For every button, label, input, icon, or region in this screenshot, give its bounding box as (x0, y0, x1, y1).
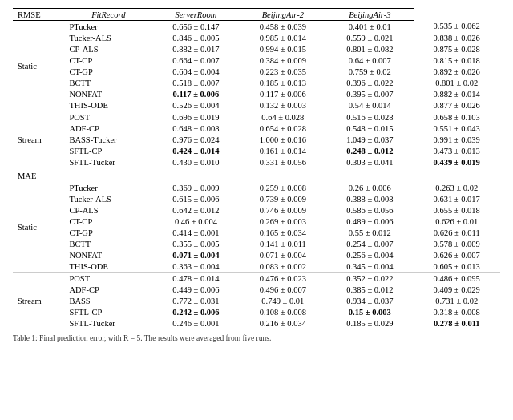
result-value: 0.108 ± 0.008 (240, 306, 326, 317)
result-value: 0.161 ± 0.014 (240, 145, 326, 156)
result-value: 0.654 ± 0.028 (240, 123, 326, 134)
table-row: BASS-Tucker0.976 ± 0.0241.000 ± 0.0161.0… (13, 134, 500, 145)
result-value: 0.696 ± 0.019 (152, 111, 239, 123)
result-value: 0.384 ± 0.009 (240, 55, 326, 66)
table-row: CT-CP0.46 ± 0.0040.269 ± 0.0030.489 ± 0.… (13, 216, 500, 227)
table-row: SFTL-CP0.424 ± 0.0140.161 ± 0.0140.248 ±… (13, 145, 500, 156)
result-value: 0.430 ± 0.010 (152, 156, 239, 168)
table-row: StreamPOST0.696 ± 0.0190.64 ± 0.0280.516… (13, 111, 500, 123)
method-name: POST (64, 273, 152, 285)
result-value: 0.439 ± 0.019 (414, 156, 501, 168)
static-group-label-mae: Static (13, 182, 64, 273)
table-row: THIS-ODE0.526 ± 0.0040.132 ± 0.0030.54 ±… (13, 99, 500, 111)
result-value: 0.991 ± 0.039 (414, 134, 501, 145)
result-value: 0.518 ± 0.007 (152, 77, 239, 88)
result-value: 0.985 ± 0.014 (240, 32, 326, 43)
results-table: RMSE FitRecord ServerRoom BeijingAir-2 B… (13, 8, 500, 329)
result-value: 0.132 ± 0.003 (240, 99, 326, 111)
result-value: 0.385 ± 0.012 (326, 284, 413, 295)
col-header-rmse: RMSE (13, 9, 64, 21)
result-value: 0.746 ± 0.009 (240, 204, 326, 216)
method-name: PTucker (64, 182, 152, 193)
result-value: 0.478 ± 0.014 (152, 273, 239, 285)
result-value: 0.658 ± 0.103 (414, 111, 501, 123)
result-value: 0.254 ± 0.007 (326, 238, 413, 249)
method-name: THIS-ODE (64, 99, 152, 111)
result-value: 0.656 ± 0.147 (152, 21, 239, 33)
method-name: BASS (64, 295, 152, 306)
result-value: 0.604 ± 0.004 (152, 66, 239, 77)
method-name: BASS-Tucker (64, 134, 152, 145)
result-value: 0.401 ± 0.01 (326, 21, 413, 33)
result-value: 0.345 ± 0.004 (326, 260, 413, 273)
result-value: 0.815 ± 0.018 (414, 55, 501, 66)
table-row: Tucker-ALS0.846 ± 0.0050.985 ± 0.0140.55… (13, 32, 500, 43)
table-row: SFTL-CP0.242 ± 0.0060.108 ± 0.0080.15 ± … (13, 306, 500, 317)
result-value: 0.473 ± 0.013 (414, 145, 501, 156)
result-value: 0.071 ± 0.004 (240, 249, 326, 260)
method-name: ADF-CP (64, 123, 152, 134)
result-value: 0.877 ± 0.026 (414, 99, 501, 111)
result-value: 0.882 ± 0.017 (152, 43, 239, 55)
method-name: THIS-ODE (64, 260, 152, 273)
method-name: SFTL-Tucker (64, 156, 152, 168)
table-row: NONFAT0.071 ± 0.0040.071 ± 0.0040.256 ± … (13, 249, 500, 260)
mae-label: MAE (18, 172, 36, 180)
result-value: 0.559 ± 0.021 (326, 32, 413, 43)
result-value: 0.882 ± 0.014 (414, 88, 501, 99)
result-value: 0.117 ± 0.006 (240, 88, 326, 99)
result-value: 0.496 ± 0.007 (240, 284, 326, 295)
result-value: 0.256 ± 0.004 (326, 249, 413, 260)
table-row: SFTL-Tucker0.246 ± 0.0010.216 ± 0.0340.1… (13, 317, 500, 329)
result-value: 0.071 ± 0.004 (152, 249, 239, 260)
result-value: 0.64 ± 0.007 (326, 55, 413, 66)
result-value: 0.141 ± 0.011 (240, 238, 326, 249)
result-value: 0.55 ± 0.012 (326, 227, 413, 238)
result-value: 0.424 ± 0.014 (152, 145, 239, 156)
result-value: 0.846 ± 0.005 (152, 32, 239, 43)
table-row: ADF-CP0.648 ± 0.0080.654 ± 0.0280.548 ± … (13, 123, 500, 134)
method-name: CP-ALS (64, 204, 152, 216)
result-value: 0.739 ± 0.009 (240, 193, 326, 204)
result-value: 0.749 ± 0.01 (240, 295, 326, 306)
result-value: 1.000 ± 0.016 (240, 134, 326, 145)
method-name: CT-GP (64, 227, 152, 238)
result-value: 0.605 ± 0.013 (414, 260, 501, 273)
result-value: 0.352 ± 0.022 (326, 273, 413, 285)
result-value: 0.838 ± 0.026 (414, 32, 501, 43)
table-row: CP-ALS0.642 ± 0.0120.746 ± 0.0090.586 ± … (13, 204, 500, 216)
result-value: 0.242 ± 0.006 (152, 306, 239, 317)
result-value: 0.994 ± 0.015 (240, 43, 326, 55)
result-value: 0.54 ± 0.014 (326, 99, 413, 111)
result-value: 0.278 ± 0.011 (414, 317, 501, 329)
result-value: 0.551 ± 0.043 (414, 123, 501, 134)
method-name: NONFAT (64, 249, 152, 260)
col-header-fitrecord: FitRecord (64, 9, 152, 21)
result-value: 0.642 ± 0.012 (152, 204, 239, 216)
result-value: 0.117 ± 0.006 (152, 88, 239, 99)
result-value: 0.516 ± 0.028 (326, 111, 413, 123)
result-value: 0.165 ± 0.034 (240, 227, 326, 238)
method-name: SFTL-Tucker (64, 317, 152, 329)
result-value: 0.476 ± 0.023 (240, 273, 326, 285)
table-row: SFTL-Tucker0.430 ± 0.0100.331 ± 0.0560.3… (13, 156, 500, 168)
result-value: 0.664 ± 0.007 (152, 55, 239, 66)
method-name: ADF-CP (64, 284, 152, 295)
method-name: CT-GP (64, 66, 152, 77)
result-value: 0.369 ± 0.009 (152, 182, 239, 193)
table-row: CT-CP0.664 ± 0.0070.384 ± 0.0090.64 ± 0.… (13, 55, 500, 66)
method-name: CT-CP (64, 55, 152, 66)
result-value: 0.648 ± 0.008 (152, 123, 239, 134)
result-value: 0.083 ± 0.002 (240, 260, 326, 273)
result-value: 0.759 ± 0.02 (326, 66, 413, 77)
result-value: 0.626 ± 0.007 (414, 249, 501, 260)
result-value: 0.449 ± 0.006 (152, 284, 239, 295)
result-value: 0.331 ± 0.056 (240, 156, 326, 168)
table-row: CP-ALS0.882 ± 0.0170.994 ± 0.0150.801 ± … (13, 43, 500, 55)
result-value: 0.223 ± 0.035 (240, 66, 326, 77)
table-row: StreamPOST0.478 ± 0.0140.476 ± 0.0230.35… (13, 273, 500, 285)
table-row: StaticPTucker0.656 ± 0.1470.458 ± 0.0390… (13, 21, 500, 33)
result-value: 0.731 ± 0.02 (414, 295, 501, 306)
result-value: 0.64 ± 0.028 (240, 111, 326, 123)
result-value: 0.388 ± 0.008 (326, 193, 413, 204)
